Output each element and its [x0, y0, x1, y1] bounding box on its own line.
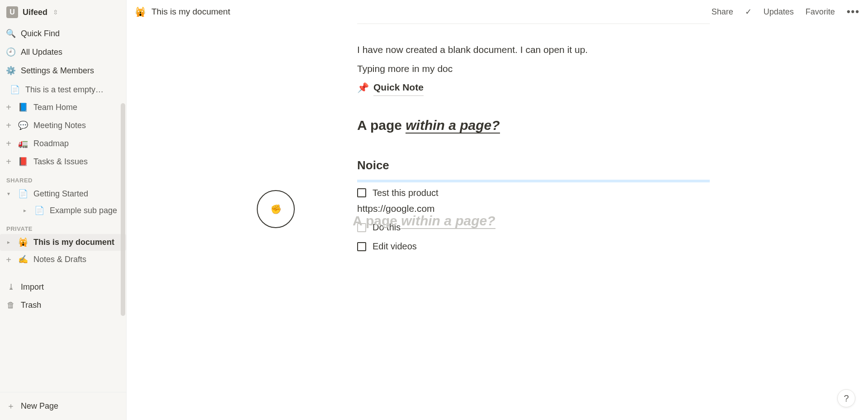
add-subpage-icon[interactable]: +	[5, 100, 13, 115]
writing-icon: ✍️	[18, 253, 28, 266]
checkbox[interactable]	[357, 242, 366, 251]
ghost-text: A page	[353, 213, 401, 228]
all-updates-label: All Updates	[21, 46, 62, 59]
add-subpage-icon[interactable]: +	[5, 154, 13, 169]
pin-icon: 📌	[357, 80, 369, 95]
todo-item[interactable]: Edit videos	[357, 239, 710, 254]
sidebar: U Uifeed ⇳ 🔍 Quick Find 🕘 All Updates ⚙️…	[0, 0, 127, 420]
nav-top: 🔍 Quick Find 🕘 All Updates ⚙️ Settings &…	[0, 23, 126, 81]
sidebar-footer: ＋ New Page	[0, 392, 126, 420]
sidebar-item-truncated[interactable]: 📄 This is a test empty…	[0, 81, 126, 98]
page-icon: 📄	[34, 204, 44, 217]
chevron-down-icon[interactable]: ▾	[5, 190, 13, 198]
import-label: Import	[21, 281, 44, 294]
trash[interactable]: 🗑 Trash	[0, 296, 126, 315]
workspace-avatar: U	[6, 6, 18, 18]
settings-label: Settings & Members	[21, 64, 94, 77]
new-page-label: New Page	[21, 400, 58, 413]
linked-page-label: Quick Note	[373, 80, 424, 96]
todo-label: Test this product	[373, 188, 439, 198]
trash-icon: 🗑	[6, 299, 15, 312]
topbar: 🙀 This is my document Share ✓ Updates Fa…	[127, 0, 868, 24]
truck-icon: 🚛	[18, 137, 28, 150]
sidebar-item-tasks-issues[interactable]: + 📕 Tasks & Issues	[0, 153, 126, 171]
share-button[interactable]: Share	[712, 7, 733, 17]
help-button[interactable]: ?	[837, 389, 855, 407]
import[interactable]: ⤓ Import	[0, 278, 126, 296]
checkbox[interactable]	[357, 188, 366, 197]
cat-icon: 🙀	[18, 236, 28, 249]
quick-find-label: Quick Find	[21, 27, 60, 40]
quick-find[interactable]: 🔍 Quick Find	[0, 24, 126, 43]
all-updates[interactable]: 🕘 All Updates	[0, 43, 126, 62]
sidebar-item-roadmap[interactable]: + 🚛 Roadmap	[0, 134, 126, 153]
speech-icon: 💬	[18, 119, 28, 132]
sidebar-item-this-is-my-document[interactable]: ▸ 🙀 This is my document	[0, 234, 126, 251]
download-icon: ⤓	[6, 281, 15, 294]
private-header: PRIVATE	[0, 219, 126, 234]
settings-members[interactable]: ⚙️ Settings & Members	[0, 62, 126, 80]
new-page-button[interactable]: ＋ New Page	[0, 392, 126, 420]
add-subpage-icon[interactable]: +	[5, 253, 13, 267]
getting-started-label: Getting Started	[33, 187, 123, 200]
favorite-button[interactable]: Favorite	[806, 7, 835, 17]
editor-scroll[interactable]: I have now created a blank document. I c…	[127, 24, 868, 420]
check-icon[interactable]: ✓	[745, 7, 752, 17]
team-home-label: Team Home	[33, 101, 123, 114]
flag-icon: 📕	[18, 155, 28, 168]
heading-2[interactable]: A page within a page?	[357, 118, 710, 133]
document-body[interactable]: I have now created a blank document. I c…	[285, 24, 710, 345]
heading-text: A page	[357, 118, 406, 133]
todo-item[interactable]: Test this product	[357, 185, 710, 201]
updates-button[interactable]: Updates	[764, 7, 794, 17]
roadmap-label: Roadmap	[33, 137, 123, 150]
workspace-name: Uifeed	[23, 8, 47, 17]
sidebar-item-example-sub-page[interactable]: ▸ 📄 Example sub page	[0, 202, 126, 219]
heading-3[interactable]: Noice	[357, 158, 710, 172]
gear-icon: ⚙️	[6, 64, 15, 77]
todo-label: Edit videos	[373, 241, 417, 252]
page-tree: 📄 This is a test empty… + 📘 Team Home + …	[0, 81, 126, 392]
page-icon: 📄	[18, 187, 28, 200]
chevron-right-icon[interactable]: ▸	[5, 238, 13, 247]
paragraph[interactable]: Typing more in my doc	[357, 61, 710, 76]
page-emoji-icon[interactable]: 🙀	[135, 6, 146, 17]
grab-icon: ✊	[270, 204, 282, 215]
trash-label: Trash	[21, 299, 41, 312]
sidebar-item-getting-started[interactable]: ▾ 📄 Getting Started	[0, 186, 126, 202]
current-page-label: This is my document	[33, 236, 123, 249]
heading-italic: within a page?	[406, 118, 500, 134]
ghost-italic: within a page?	[401, 213, 495, 229]
workspace-switcher[interactable]: U Uifeed ⇳	[0, 0, 126, 23]
drag-ghost-heading: A page within a page?	[353, 213, 495, 229]
sidebar-item-notes-drafts[interactable]: + ✍️ Notes & Drafts	[0, 251, 126, 269]
drop-indicator	[357, 180, 710, 182]
plus-icon: ＋	[6, 400, 15, 413]
notes-drafts-label: Notes & Drafts	[33, 253, 123, 266]
main: 🙀 This is my document Share ✓ Updates Fa…	[127, 0, 868, 420]
sidebar-item-team-home[interactable]: + 📘 Team Home	[0, 98, 126, 116]
chevron-right-icon[interactable]: ▸	[21, 206, 29, 215]
up-down-icon: ⇳	[53, 9, 58, 16]
search-icon: 🔍	[6, 27, 15, 40]
book-icon: 📘	[18, 101, 28, 114]
sidebar-item-meeting-notes[interactable]: + 💬 Meeting Notes	[0, 116, 126, 134]
shared-header: SHARED	[0, 171, 126, 186]
page-icon: 📄	[10, 83, 20, 96]
add-subpage-icon[interactable]: +	[5, 118, 13, 133]
meeting-notes-label: Meeting Notes	[33, 119, 123, 132]
divider	[357, 24, 710, 24]
more-icon[interactable]: •••	[847, 6, 860, 18]
paragraph[interactable]: I have now created a blank document. I c…	[357, 42, 710, 57]
cursor-ring: ✊	[257, 190, 295, 228]
add-subpage-icon[interactable]: +	[5, 136, 13, 151]
example-sub-page-label: Example sub page	[50, 204, 123, 217]
linked-page[interactable]: 📌 Quick Note	[357, 80, 710, 96]
clock-icon: 🕘	[6, 46, 15, 59]
sidebar-scrollbar[interactable]	[121, 103, 125, 316]
tasks-issues-label: Tasks & Issues	[33, 155, 123, 168]
truncated-label: This is a test empty…	[25, 83, 123, 96]
topbar-actions: Share ✓ Updates Favorite •••	[712, 6, 860, 18]
page-title[interactable]: This is my document	[151, 7, 706, 17]
